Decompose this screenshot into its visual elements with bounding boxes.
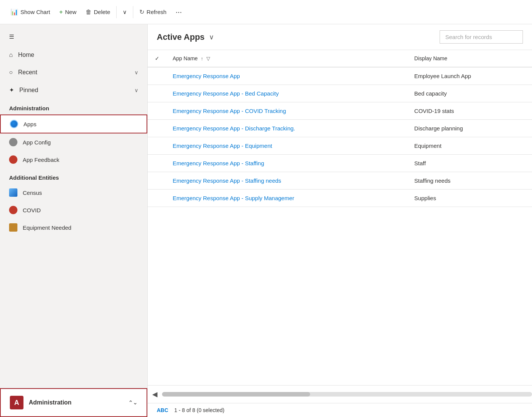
sidebar-top: ☰ ⌂ Home ○ Recent ∨ ✦ Pinned ∨ Administr…: [0, 24, 147, 239]
display-name-cell: Staff: [408, 155, 532, 172]
table-row: Emergency Response AppEmployee Launch Ap…: [148, 67, 532, 85]
show-chart-button[interactable]: 📊 Show Chart: [6, 5, 55, 19]
table-header-row: ✓ App Name ↑ ▽ Display Name: [148, 50, 532, 67]
app-name-link[interactable]: Emergency Response App - Bed Capacity: [173, 90, 279, 97]
app-name-link[interactable]: Emergency Response App: [173, 73, 240, 79]
search-input[interactable]: Search for records: [440, 30, 523, 44]
app-name-cell: Emergency Response App: [167, 67, 408, 85]
census-icon: [9, 188, 17, 197]
sidebar-item-label: Recent: [18, 69, 37, 76]
home-icon: ⌂: [9, 52, 13, 58]
scroll-thumb: [162, 392, 310, 397]
display-name-cell: Supplies: [408, 190, 532, 207]
toolbar-divider: [116, 6, 117, 18]
row-check-cell[interactable]: [148, 172, 167, 190]
title-chevron-icon[interactable]: ∨: [209, 33, 214, 41]
sidebar-item-home[interactable]: ⌂ Home: [0, 46, 147, 64]
delete-button[interactable]: 🗑 Delete: [81, 6, 115, 19]
row-check-cell[interactable]: [148, 137, 167, 155]
row-check-cell[interactable]: [148, 85, 167, 102]
display-name-cell: Staffing needs: [408, 172, 532, 190]
menu-toggle-button[interactable]: ☰: [0, 27, 147, 46]
table-row: Emergency Response App - Discharge Track…: [148, 120, 532, 137]
app-name-link[interactable]: Emergency Response App - Supply Manageme…: [173, 195, 294, 201]
table-row: Emergency Response App - EquipmentEquipm…: [148, 137, 532, 155]
sidebar-bottom-label: Administration: [29, 399, 72, 406]
sidebar-item-pinned[interactable]: ✦ Pinned ∨: [0, 81, 147, 99]
show-chart-label: Show Chart: [20, 9, 50, 15]
administration-section-title: Administration: [0, 99, 147, 114]
row-check-cell[interactable]: [148, 67, 167, 85]
chevron-updown-icon: ⌃⌄: [128, 400, 137, 406]
display-name-label: Display Name: [414, 55, 447, 61]
table-row: Emergency Response App - StaffingStaff: [148, 155, 532, 172]
sidebar-item-recent[interactable]: ○ Recent ∨: [0, 64, 147, 81]
sidebar-item-app-feedback[interactable]: App Feedback: [0, 151, 147, 168]
sidebar-item-label: Equipment Needed: [23, 224, 71, 231]
app-name-link[interactable]: Emergency Response App - Staffing needs: [173, 177, 281, 184]
sidebar-item-label: Home: [18, 52, 34, 58]
dropdown-button[interactable]: ∨: [118, 6, 131, 19]
row-check-cell[interactable]: [148, 155, 167, 172]
scroll-bar-area: ◀: [148, 385, 532, 403]
sidebar-item-covid[interactable]: COVID: [0, 201, 147, 219]
globe-icon: [10, 120, 18, 128]
table-row: Emergency Response App - Supply Manageme…: [148, 190, 532, 207]
delete-icon: 🗑: [86, 9, 92, 16]
refresh-button[interactable]: ↻ Refresh: [135, 5, 171, 19]
app-name-cell: Emergency Response App - COVID Tracking: [167, 102, 408, 120]
sidebar-item-label: Census: [23, 190, 42, 196]
display-name-cell: Bed capacity: [408, 85, 532, 102]
sidebar-item-equipment-needed[interactable]: Equipment Needed: [0, 219, 147, 236]
sidebar-item-label: Pinned: [19, 87, 38, 94]
show-chart-icon: 📊: [11, 8, 18, 16]
app-name-link[interactable]: Emergency Response App - Discharge Track…: [173, 125, 295, 132]
sidebar-item-app-config[interactable]: App Config: [0, 133, 147, 151]
scroll-track[interactable]: [162, 392, 532, 397]
row-check-cell[interactable]: [148, 120, 167, 137]
search-placeholder: Search for records: [445, 34, 492, 40]
table-row: Emergency Response App - COVID TrackingC…: [148, 102, 532, 120]
checkmark-icon: ✓: [155, 55, 159, 61]
app-name-cell: Emergency Response App - Discharge Track…: [167, 120, 408, 137]
table-container: ✓ App Name ↑ ▽ Display Name: [148, 50, 532, 385]
clock-icon: ○: [9, 69, 13, 76]
table-header-check[interactable]: ✓: [148, 50, 167, 67]
toolbar: 📊 Show Chart + New 🗑 Delete ∨ ↻ Refresh …: [0, 0, 532, 24]
pagination-info: 1 - 8 of 8 (0 selected): [174, 407, 224, 413]
table-header-app-name[interactable]: App Name ↑ ▽: [167, 50, 408, 67]
app-name-link[interactable]: Emergency Response App - Staffing: [173, 160, 264, 166]
feedback-icon: [9, 155, 17, 164]
chevron-down-icon: ∨: [134, 87, 138, 93]
filter-icon: ▽: [206, 56, 210, 61]
sort-icon: ↑: [201, 56, 203, 61]
row-check-cell[interactable]: [148, 102, 167, 120]
gear-icon: [9, 138, 17, 146]
more-icon: ···: [176, 8, 182, 16]
app-name-cell: Emergency Response App - Staffing needs: [167, 172, 408, 190]
sidebar-bottom-administration-button[interactable]: A Administration ⌃⌄: [0, 388, 147, 417]
additional-entities-section-title: Additional Entities: [0, 168, 147, 184]
app-name-label: App Name: [173, 55, 198, 61]
sidebar-item-census[interactable]: Census: [0, 184, 147, 201]
content-area: Active Apps ∨ Search for records ✓ App N…: [148, 24, 532, 417]
sidebar-item-apps[interactable]: Apps: [0, 114, 147, 133]
display-name-cell: Equipment: [408, 137, 532, 155]
app-name-cell: Emergency Response App - Staffing: [167, 155, 408, 172]
more-button[interactable]: ···: [171, 5, 187, 19]
chevron-down-icon: ∨: [134, 69, 138, 75]
table-header-display-name: Display Name: [408, 50, 532, 67]
hamburger-icon: ☰: [9, 33, 14, 40]
app-name-cell: Emergency Response App - Equipment: [167, 137, 408, 155]
chevron-down-icon: ∨: [123, 9, 127, 16]
pin-icon: ✦: [9, 86, 14, 94]
table-body: Emergency Response AppEmployee Launch Ap…: [148, 67, 532, 207]
new-button[interactable]: + New: [55, 6, 81, 19]
scroll-left-button[interactable]: ◀: [148, 389, 162, 400]
abc-button[interactable]: ABC: [157, 407, 168, 413]
row-check-cell[interactable]: [148, 190, 167, 207]
table-row: Emergency Response App - Staffing needsS…: [148, 172, 532, 190]
app-name-link[interactable]: Emergency Response App - Equipment: [173, 143, 272, 149]
display-name-cell: Discharge planning: [408, 120, 532, 137]
app-name-link[interactable]: Emergency Response App - COVID Tracking: [173, 108, 286, 114]
